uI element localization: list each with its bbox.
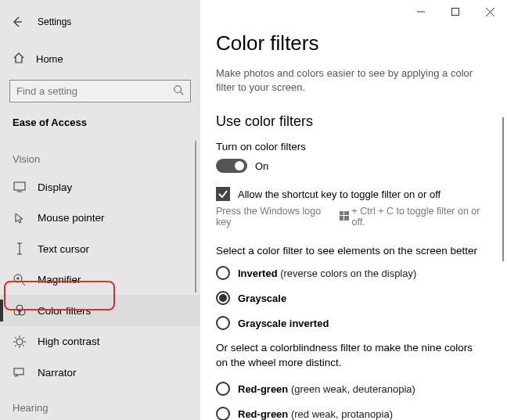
radio-grayscale[interactable]: Grayscale bbox=[216, 291, 493, 305]
svg-point-6 bbox=[16, 339, 23, 345]
sidebar-item-label: Magnifier bbox=[38, 274, 81, 285]
svg-rect-8 bbox=[452, 9, 459, 16]
sidebar-item-display[interactable]: Display bbox=[0, 171, 200, 203]
sidebar-item-color-filters[interactable]: Color filters bbox=[0, 295, 200, 326]
sidebar-item-label: Mouse pointer bbox=[38, 212, 105, 224]
sidebar-item-text-cursor[interactable]: Text cursor bbox=[0, 233, 200, 264]
toggle-state: On bbox=[255, 160, 268, 172]
high-contrast-icon bbox=[13, 336, 27, 348]
sidebar-item-label: Display bbox=[38, 181, 72, 193]
svg-rect-7 bbox=[14, 368, 23, 375]
page-title: Color filters bbox=[216, 31, 493, 56]
sidebar-item-high-contrast[interactable]: High contrast bbox=[0, 326, 200, 357]
minimize-button[interactable] bbox=[404, 0, 438, 23]
magnifier-icon bbox=[13, 274, 27, 286]
svg-rect-12 bbox=[344, 216, 349, 221]
svg-point-0 bbox=[174, 86, 182, 93]
svg-rect-1 bbox=[14, 182, 25, 190]
radio-red-green-deuteranopia[interactable]: Red-green (green weak, deuteranopia) bbox=[216, 382, 493, 396]
toggle-label: Turn on color filters bbox=[216, 141, 493, 153]
sidebar-group-hearing: Hearing bbox=[0, 388, 200, 420]
sidebar-item-label: Narrator bbox=[38, 367, 77, 379]
shortcut-checkbox[interactable] bbox=[216, 187, 230, 201]
close-button[interactable] bbox=[473, 0, 507, 23]
narrator-icon bbox=[13, 367, 27, 378]
svg-rect-9 bbox=[340, 211, 343, 215]
sidebar-category: Ease of Access bbox=[0, 112, 200, 139]
shortcut-hint: Press the Windows logo key + Ctrl + C to… bbox=[216, 206, 493, 228]
filter-select-label: Select a color filter to see elements on… bbox=[216, 245, 493, 257]
sidebar-home[interactable]: Home bbox=[0, 45, 200, 74]
home-icon bbox=[13, 52, 25, 66]
sidebar-item-label: High contrast bbox=[38, 336, 100, 347]
search-input[interactable] bbox=[16, 85, 173, 97]
sidebar-scrollbar[interactable] bbox=[195, 141, 196, 293]
or-text: Or select a colorblindness filter to mak… bbox=[216, 341, 482, 371]
sidebar-item-narrator[interactable]: Narrator bbox=[0, 357, 200, 388]
section-heading: Use color filters bbox=[216, 113, 493, 130]
svg-rect-10 bbox=[344, 211, 349, 215]
radio-grayscale-inverted[interactable]: Grayscale inverted bbox=[216, 316, 493, 330]
radio-red-green-protanopia[interactable]: Red-green (red weak, protanopia) bbox=[216, 407, 493, 420]
svg-rect-11 bbox=[340, 216, 343, 221]
page-description: Make photos and colors easier to see by … bbox=[216, 66, 474, 95]
sidebar-group-vision: Vision bbox=[0, 139, 200, 171]
sidebar-item-label: Text cursor bbox=[38, 243, 89, 255]
maximize-button[interactable] bbox=[438, 0, 473, 23]
search-icon bbox=[173, 84, 184, 98]
main-scrollbar[interactable] bbox=[502, 117, 504, 261]
checkbox-label: Allow the shortcut key to toggle filter … bbox=[238, 188, 440, 200]
mouse-pointer-icon bbox=[13, 212, 27, 224]
windows-key-icon bbox=[340, 211, 349, 223]
back-button[interactable] bbox=[6, 11, 28, 33]
sidebar-item-magnifier[interactable]: Magnifier bbox=[0, 264, 200, 296]
sidebar-home-label: Home bbox=[36, 53, 63, 65]
window-title: Settings bbox=[38, 16, 71, 27]
display-icon bbox=[13, 181, 27, 192]
color-filters-toggle[interactable] bbox=[216, 159, 247, 173]
sidebar-item-label: Color filters bbox=[38, 305, 91, 317]
text-cursor-icon bbox=[13, 242, 27, 255]
search-box[interactable] bbox=[9, 80, 191, 103]
radio-inverted[interactable]: Inverted (reverse colors on the display) bbox=[216, 266, 493, 280]
color-filters-icon bbox=[13, 304, 27, 317]
sidebar-item-mouse-pointer[interactable]: Mouse pointer bbox=[0, 203, 200, 234]
